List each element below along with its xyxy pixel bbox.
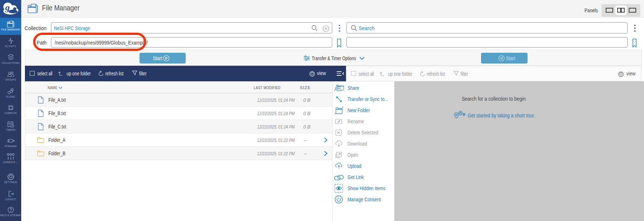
svg-text:g: g — [5, 3, 10, 12]
